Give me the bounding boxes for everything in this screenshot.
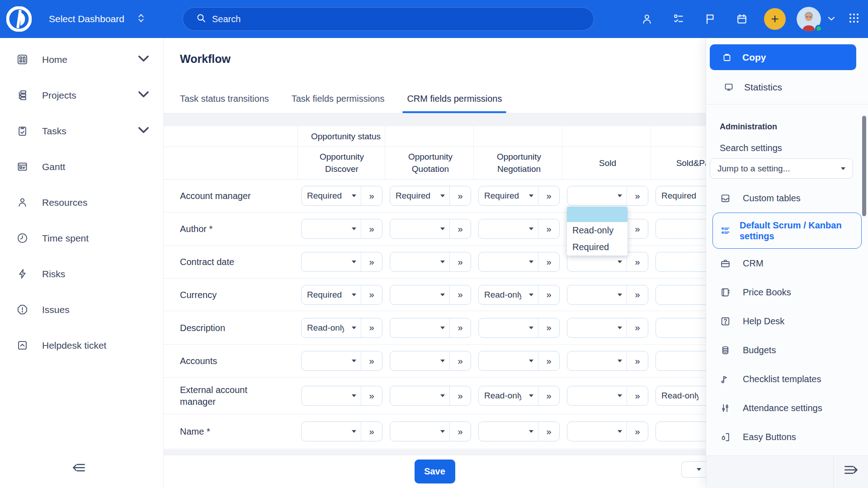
permission-select[interactable]: Required xyxy=(479,186,538,205)
expand-panel-button[interactable] xyxy=(843,463,860,478)
apply-to-all-button[interactable]: » xyxy=(450,219,471,238)
apply-to-all-button[interactable]: » xyxy=(627,386,648,405)
statistics-button[interactable]: Statistics xyxy=(710,76,856,99)
permission-select[interactable] xyxy=(656,252,706,271)
settings-item-help-desk[interactable]: Help Desk xyxy=(706,307,868,336)
permission-select[interactable] xyxy=(390,219,450,238)
settings-item-checklist-templates[interactable]: Checklist templates xyxy=(706,365,868,393)
permission-select[interactable] xyxy=(567,386,627,405)
permission-select[interactable] xyxy=(302,422,361,441)
brand-logo[interactable] xyxy=(6,6,32,32)
apply-to-all-button[interactable]: » xyxy=(627,351,648,370)
permission-select[interactable] xyxy=(656,422,706,441)
permission-select[interactable]: Read-only xyxy=(656,386,706,405)
sidebar-item-tasks[interactable]: Tasks xyxy=(0,113,163,149)
select-option-empty[interactable] xyxy=(567,207,627,222)
permission-select[interactable] xyxy=(479,351,538,370)
permission-select[interactable] xyxy=(567,186,627,205)
user-icon[interactable] xyxy=(631,13,663,25)
settings-item-attendance-settings[interactable]: Attendance settings xyxy=(706,393,868,422)
settings-item-price-books[interactable]: Price Books xyxy=(706,278,868,307)
apply-to-all-button[interactable]: » xyxy=(538,186,559,205)
sidebar-item-helpdesk-ticket[interactable]: Helpdesk ticket xyxy=(0,327,163,363)
apply-to-all-button[interactable]: » xyxy=(538,318,559,337)
settings-item-easy-buttons[interactable]: Easy Buttons xyxy=(706,422,868,451)
apply-to-all-button[interactable]: » xyxy=(361,219,382,238)
copy-button[interactable]: Copy xyxy=(710,44,856,70)
settings-item-budgets[interactable]: Budgets xyxy=(706,336,868,365)
permission-select[interactable] xyxy=(302,252,361,271)
jump-to-setting-select[interactable]: Jump to a setting... xyxy=(710,158,853,179)
permission-select[interactable]: Required xyxy=(656,186,706,205)
permission-select[interactable] xyxy=(390,422,450,441)
panel-scrollbar[interactable] xyxy=(862,116,866,216)
apply-to-all-button[interactable]: » xyxy=(538,351,559,370)
tab-crm-fields-permissions[interactable]: CRM fields permissions xyxy=(407,94,502,113)
apply-to-all-button[interactable]: » xyxy=(538,386,559,405)
permission-select[interactable] xyxy=(656,318,706,337)
permission-select[interactable]: Required xyxy=(390,186,450,205)
flag-icon[interactable] xyxy=(694,13,726,25)
permission-select[interactable] xyxy=(302,219,361,238)
chevron-down-icon[interactable] xyxy=(137,88,150,102)
apply-to-all-button[interactable]: » xyxy=(450,318,471,337)
apply-to-all-button[interactable]: » xyxy=(538,285,559,304)
dashboard-selector[interactable]: Select Dashboard xyxy=(49,0,146,38)
sidebar-item-resources[interactable]: Resources xyxy=(0,185,163,220)
settings-item-crm[interactable]: CRM xyxy=(706,249,868,278)
chevron-down-icon[interactable] xyxy=(827,15,835,23)
permission-select[interactable] xyxy=(390,252,450,271)
permission-select[interactable]: Read-only xyxy=(302,318,361,337)
apply-to-all-button[interactable]: » xyxy=(627,252,648,271)
permission-select[interactable] xyxy=(479,219,538,238)
permission-select[interactable] xyxy=(302,351,361,370)
apply-to-all-button[interactable]: » xyxy=(361,285,382,304)
permission-select[interactable] xyxy=(567,422,627,441)
apply-to-all-button[interactable]: » xyxy=(361,318,382,337)
permission-select[interactable] xyxy=(390,386,450,405)
apply-to-all-button[interactable]: » xyxy=(627,285,648,304)
apply-to-all-button[interactable]: » xyxy=(450,285,471,304)
apply-to-all-button[interactable]: » xyxy=(627,186,648,205)
apply-to-all-button[interactable]: » xyxy=(450,252,471,271)
sidebar-item-risks[interactable]: Risks xyxy=(0,256,163,292)
permission-select[interactable] xyxy=(390,318,450,337)
apply-to-all-button[interactable]: » xyxy=(627,219,648,238)
settings-item-default-scrum-kanban[interactable]: Default Scrum / Kanban settings xyxy=(712,213,862,249)
permission-select[interactable] xyxy=(390,285,450,304)
permission-select[interactable]: Read-only xyxy=(479,386,538,405)
apply-to-all-button[interactable]: » xyxy=(361,186,382,205)
sidebar-item-issues[interactable]: Issues xyxy=(0,292,163,327)
clipped-select[interactable] xyxy=(681,461,706,478)
permission-select[interactable] xyxy=(390,351,450,370)
select-option-required[interactable]: Required xyxy=(567,239,627,256)
checklist-icon[interactable] xyxy=(663,13,694,25)
sidebar-item-home[interactable]: Home xyxy=(0,42,163,77)
permission-select[interactable] xyxy=(479,318,538,337)
sidebar-item-projects[interactable]: Projects xyxy=(0,77,163,113)
apply-to-all-button[interactable]: » xyxy=(361,252,382,271)
avatar[interactable] xyxy=(797,7,821,31)
tab-task-status-transitions[interactable]: Task status transitions xyxy=(180,94,269,113)
permission-select[interactable] xyxy=(656,285,706,304)
apply-to-all-button[interactable]: » xyxy=(361,422,382,441)
permission-select[interactable]: Required xyxy=(302,285,361,304)
apply-to-all-button[interactable]: » xyxy=(361,351,382,370)
collapse-sidebar-button[interactable] xyxy=(71,461,87,475)
permission-select[interactable] xyxy=(479,422,538,441)
apply-to-all-button[interactable]: » xyxy=(538,422,559,441)
apply-to-all-button[interactable]: » xyxy=(450,186,471,205)
global-search-input[interactable]: Search xyxy=(183,7,594,31)
chevron-down-icon[interactable] xyxy=(137,124,150,138)
permission-select[interactable] xyxy=(302,386,361,405)
apply-to-all-button[interactable]: » xyxy=(361,386,382,405)
chevron-down-icon[interactable] xyxy=(137,52,150,66)
apply-to-all-button[interactable]: » xyxy=(450,422,471,441)
apply-to-all-button[interactable]: » xyxy=(450,351,471,370)
calendar-icon[interactable] xyxy=(726,13,758,25)
permission-select[interactable] xyxy=(656,351,706,370)
permission-select[interactable] xyxy=(656,219,706,238)
apps-grid-icon[interactable] xyxy=(848,12,860,26)
sidebar-item-time-spent[interactable]: Time spent xyxy=(0,220,163,256)
apply-to-all-button[interactable]: » xyxy=(627,422,648,441)
